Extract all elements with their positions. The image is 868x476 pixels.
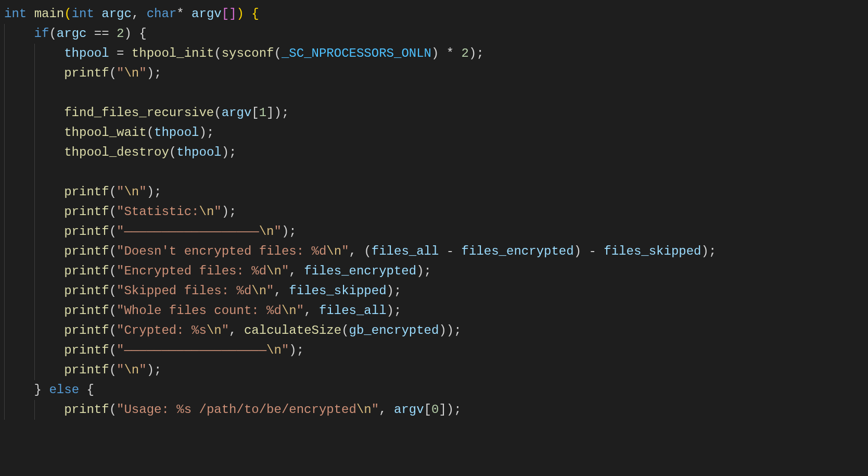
number-2: 2 — [117, 27, 124, 41]
identifier-argv: argv — [222, 106, 252, 120]
code-editor[interactable]: int main(int argc, char* argv[]) { if(ar… — [0, 0, 868, 420]
string-literal: "Doesn't encrypted files: %d\n" — [117, 244, 349, 258]
fn-printf: printf — [64, 304, 109, 318]
brace-open: { — [139, 27, 146, 41]
keyword-char: char — [147, 7, 177, 21]
identifier-thpool: thpool — [176, 145, 221, 159]
brace-close: } — [34, 383, 42, 397]
number-2: 2 — [462, 46, 469, 60]
keyword-int: int — [4, 7, 27, 21]
string-literal: "Statistic:\n" — [117, 205, 222, 219]
keyword-else: else — [49, 383, 79, 397]
keyword-int: int — [72, 7, 94, 21]
string-literal: "——————————————————\n" — [117, 224, 282, 239]
string-literal: "———————————————————\n" — [117, 343, 289, 357]
brace-open: { — [251, 7, 259, 21]
fn-printf: printf — [64, 284, 109, 298]
string-literal: "Whole files count: %d\n" — [117, 304, 304, 318]
comma: , — [132, 7, 139, 21]
identifier-files-skipped: files_skipped — [604, 244, 701, 258]
string-literal: "Skipped files: %d\n" — [117, 284, 274, 298]
fn-printf: printf — [64, 264, 109, 278]
fn-printf: printf — [64, 403, 109, 417]
fn-printf: printf — [64, 323, 109, 337]
fn-printf: printf — [64, 244, 109, 258]
keyword-if: if — [34, 27, 49, 41]
number-0: 0 — [431, 403, 439, 417]
star: * — [176, 7, 184, 21]
identifier-thpool: thpool — [154, 126, 199, 140]
identifier-files-all: files_all — [372, 244, 439, 258]
fn-printf: printf — [64, 343, 109, 357]
fn-thpool-init: thpool_init — [132, 46, 214, 60]
fn-printf: printf — [64, 363, 109, 377]
brace-open: { — [86, 383, 94, 397]
string-literal: "\n" — [117, 185, 147, 199]
identifier-gb-encrypted: gb_encrypted — [349, 323, 439, 337]
const-sc-nprocessors: _SC_NPROCESSORS_ONLN — [282, 46, 431, 60]
string-literal: "\n" — [117, 363, 147, 377]
fn-thpool-wait: thpool_wait — [64, 126, 146, 140]
bracket-close: ] — [229, 7, 236, 21]
string-literal: "Usage: %s /path/to/be/encrypted\n" — [117, 403, 379, 417]
fn-sysconf: sysconf — [222, 46, 274, 60]
string-literal: "Encrypted files: %d\n" — [117, 264, 289, 278]
number-1: 1 — [259, 106, 266, 120]
identifier-thpool: thpool — [64, 46, 109, 60]
string-literal: "\n" — [117, 66, 147, 80]
fn-printf: printf — [64, 185, 109, 199]
identifier-main: main — [34, 7, 65, 21]
identifier-argc: argc — [101, 7, 132, 21]
identifier-files-encrypted: files_encrypted — [304, 264, 416, 278]
identifier-argc: argc — [57, 27, 87, 41]
paren-open: ( — [64, 7, 71, 21]
bracket-open: [ — [222, 7, 229, 21]
identifier-argv: argv — [394, 403, 424, 417]
identifier-files-skipped: files_skipped — [289, 284, 386, 298]
fn-find-files-recursive: find_files_recursive — [64, 106, 214, 120]
fn-calculateSize: calculateSize — [244, 323, 341, 337]
fn-printf: printf — [64, 224, 109, 239]
identifier-files-all: files_all — [319, 304, 387, 318]
string-literal: "Crypted: %s\n" — [117, 323, 229, 337]
identifier-argv: argv — [192, 7, 222, 21]
identifier-files-encrypted: files_encrypted — [462, 244, 574, 258]
fn-thpool-destroy: thpool_destroy — [64, 145, 169, 159]
paren-close: ) — [237, 7, 244, 21]
fn-printf: printf — [64, 66, 109, 80]
fn-printf: printf — [64, 205, 109, 219]
